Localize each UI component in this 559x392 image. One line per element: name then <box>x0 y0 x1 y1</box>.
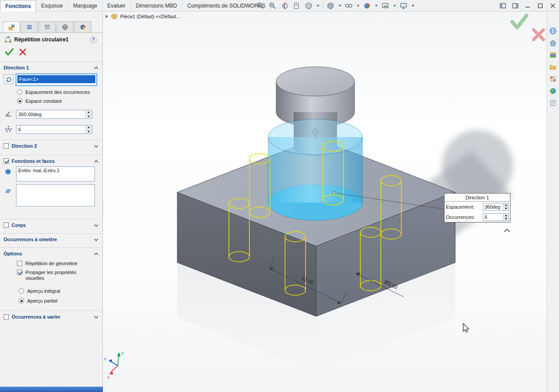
angle-spinner[interactable] <box>85 110 92 118</box>
bodies-checkbox[interactable] <box>4 222 9 228</box>
display-style-caret[interactable] <box>339 5 341 7</box>
chevron-up-icon[interactable] <box>94 158 99 164</box>
confirm-cancel-button[interactable] <box>534 30 543 40</box>
apply-scene-icon[interactable] <box>381 1 390 10</box>
edit-appearance-icon[interactable] <box>363 1 371 10</box>
callout-spacing-spinner[interactable] <box>503 203 508 210</box>
file-explorer-icon[interactable] <box>549 63 557 71</box>
propagate-checkbox[interactable] <box>17 270 22 275</box>
display-style-icon[interactable] <box>326 1 335 10</box>
breadcrumb[interactable]: Pièce1 (Défaut) <<Défaut... <box>106 13 180 20</box>
minimize-icon[interactable] <box>524 2 531 9</box>
view-settings-icon[interactable] <box>399 1 408 10</box>
pattern-axis-selection-box[interactable]: Face<1> <box>16 74 97 85</box>
features-to-pattern-list[interactable]: Enlèv. mat.-Extru.1 <box>16 166 95 182</box>
pane-right-icon[interactable] <box>512 2 519 9</box>
tab-evaluer[interactable]: Evaluer <box>102 0 131 12</box>
selected-item[interactable]: Face<1> <box>17 75 95 83</box>
section-bodies-header[interactable]: Corps <box>0 221 102 230</box>
home-icon[interactable] <box>549 39 557 47</box>
custom-properties-icon[interactable] <box>549 99 557 107</box>
confirm-ok-button[interactable] <box>512 16 526 28</box>
view-orientation-caret[interactable] <box>317 5 319 7</box>
tab-featuremanager[interactable] <box>20 21 38 32</box>
instance-count-field[interactable]: 6 <box>16 125 92 134</box>
chevron-up-icon[interactable] <box>94 251 99 256</box>
solidworks-resources-icon[interactable] <box>549 27 557 35</box>
radio-icon[interactable] <box>19 288 24 294</box>
angle-value[interactable]: 360.00deg <box>16 112 85 117</box>
full-preview-radio[interactable]: Aperçu intégral <box>19 288 60 294</box>
spin-down[interactable] <box>86 115 92 119</box>
breadcrumb-text[interactable]: Pièce1 (Défaut) <<Défaut... <box>120 14 180 19</box>
direction1-callout[interactable]: Direction 1 Espacement: 360deg Occurrenc… <box>444 193 510 222</box>
tab-marquage[interactable]: Marquage <box>68 0 102 12</box>
section-options-header[interactable]: Options <box>0 249 102 258</box>
design-library-icon[interactable] <box>549 51 557 59</box>
spin-up[interactable] <box>86 125 92 130</box>
tab-dimensions-mbd[interactable]: Dimensions MBD <box>131 0 183 12</box>
spin-up[interactable] <box>503 214 508 218</box>
spin-down[interactable] <box>503 218 508 221</box>
propagate-visual-option[interactable]: Propager les propriétés visuelles <box>17 270 90 281</box>
callout-count-spinner[interactable] <box>503 214 508 221</box>
maximize-icon[interactable] <box>537 2 544 9</box>
tab-propertymanager[interactable] <box>3 21 20 32</box>
tab-dimxpertmanager[interactable] <box>56 21 73 32</box>
callout-count-value[interactable]: 6 <box>483 214 503 220</box>
direction2-checkbox[interactable] <box>4 143 9 149</box>
callout-spacing-value[interactable]: 360deg <box>483 204 503 210</box>
chevron-up-icon[interactable] <box>94 65 99 70</box>
radio-equal-spacing[interactable]: Espace constant <box>17 98 61 104</box>
ok-button[interactable] <box>4 47 14 58</box>
partial-preview-radio[interactable]: Aperçu partiel <box>19 298 57 304</box>
chevron-down-icon[interactable] <box>94 222 99 228</box>
selected-face-highlight[interactable] <box>268 119 363 220</box>
edit-appearance-caret[interactable] <box>375 5 378 7</box>
reverse-direction-button[interactable] <box>4 74 13 84</box>
radio-icon[interactable] <box>19 298 24 303</box>
tab-fonctions[interactable]: Fonctions <box>0 0 36 12</box>
view-palette-icon[interactable] <box>549 75 557 83</box>
section-features-faces-header[interactable]: Fonctions et faces <box>0 157 102 166</box>
count-spinner[interactable] <box>85 125 92 133</box>
view-settings-caret[interactable] <box>412 5 414 7</box>
section-direction2-header[interactable]: Direction 2 <box>0 141 102 150</box>
section-view-icon[interactable] <box>280 1 289 10</box>
section-direction1-header[interactable]: Direction 1 <box>0 63 102 72</box>
chevron-down-icon[interactable] <box>94 314 99 319</box>
features-faces-checkbox[interactable] <box>4 158 9 164</box>
tab-esquisse[interactable]: Esquisse <box>36 0 68 12</box>
close-icon[interactable] <box>549 2 556 9</box>
breadcrumb-arrow-icon[interactable] <box>106 15 108 18</box>
radio-icon[interactable] <box>17 89 22 95</box>
propertymanager-collapse-button[interactable] <box>502 227 512 234</box>
callout-count-field[interactable]: 6 <box>483 213 509 221</box>
chevron-down-icon[interactable] <box>94 143 99 149</box>
geometry-pattern-checkbox[interactable] <box>17 261 22 266</box>
angle-field[interactable]: 360.00deg <box>16 110 92 119</box>
section-skip-instances-header[interactable]: Occurrences à omettre <box>0 235 102 244</box>
geometry-pattern-option[interactable]: Répétition de géométrie <box>17 261 78 267</box>
help-button[interactable]: ? <box>90 36 97 43</box>
radio-icon[interactable] <box>17 98 22 104</box>
appearances-scenes-icon[interactable] <box>549 87 557 95</box>
list-item[interactable]: Enlèv. mat.-Extru.1 <box>18 168 93 173</box>
cancel-button[interactable] <box>19 48 27 57</box>
pane-left-icon[interactable] <box>499 2 506 9</box>
zoom-area-icon[interactable] <box>268 1 277 10</box>
vary-instances-checkbox[interactable] <box>4 314 9 319</box>
zoom-fit-icon[interactable] <box>256 1 265 10</box>
chevron-down-icon[interactable] <box>94 237 99 242</box>
spin-down[interactable] <box>503 207 508 211</box>
graphics-viewport[interactable]: 12.00 Ø3.00 y x z <box>103 12 547 392</box>
apply-scene-caret[interactable] <box>393 5 396 7</box>
annotation-view-icon[interactable] <box>292 1 301 10</box>
instance-count-value[interactable]: 6 <box>16 127 85 132</box>
spin-down[interactable] <box>86 130 92 134</box>
section-vary-instances-header[interactable]: Occurrences à varier <box>0 312 102 321</box>
view-orientation-icon[interactable] <box>304 1 313 10</box>
hide-show-caret[interactable] <box>357 5 359 7</box>
tab-displaymanager[interactable] <box>74 21 91 32</box>
hide-show-icon[interactable] <box>344 1 353 10</box>
